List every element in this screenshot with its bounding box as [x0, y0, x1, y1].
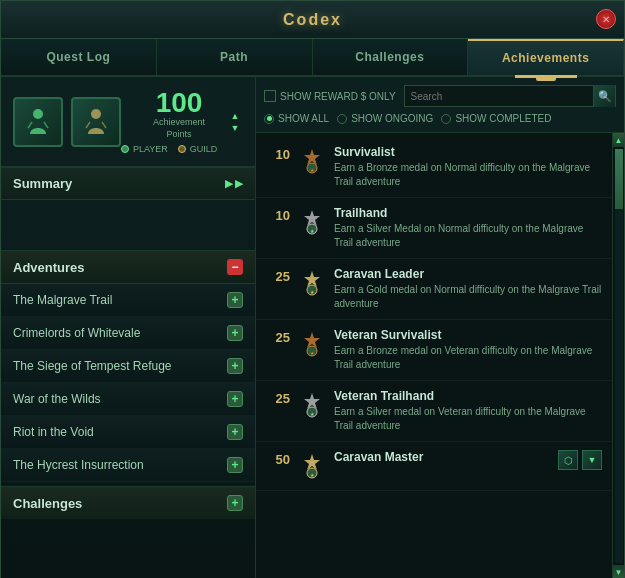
challenges-title: Challenges: [13, 496, 227, 511]
scrollbar-thumb[interactable]: [615, 149, 623, 209]
plus-icon-symbol: +: [231, 326, 238, 340]
achievement-points-value: 100: [131, 89, 227, 117]
scroll-down-arrow-icon: ▼: [615, 568, 623, 577]
ach-content: Trailhand Earn a Silver Medal on Normal …: [334, 206, 602, 250]
challenges-expand-button[interactable]: +: [227, 495, 243, 511]
tab-quest-log[interactable]: Quest Log: [1, 39, 157, 75]
tab-bar: Quest Log Path Challenges Achievements: [1, 39, 624, 77]
tab-path[interactable]: Path: [157, 39, 313, 75]
right-scrollbar: ▲ ▼: [612, 133, 624, 578]
ach-points: 50: [266, 452, 290, 467]
summary-header[interactable]: Summary ▶ ▶: [1, 167, 255, 200]
plus-icon-symbol: +: [231, 293, 238, 307]
search-button[interactable]: 🔍: [593, 85, 615, 107]
summary-content: [1, 200, 255, 250]
adventures-collapse-button[interactable]: −: [227, 259, 243, 275]
plus-icon-symbol: +: [231, 496, 238, 510]
player-avatar: [13, 97, 63, 147]
scrollbar-down-button[interactable]: ▼: [613, 565, 625, 578]
adventure-expand-button[interactable]: +: [227, 358, 243, 374]
achievement-item-caravan-leader: 25 ★ Caravan Leader Earn a Gold m: [256, 259, 612, 320]
adventure-item-malgrave[interactable]: The Malgrave Trail +: [1, 284, 255, 317]
search-icon: 🔍: [598, 90, 612, 103]
adventure-expand-button[interactable]: +: [227, 457, 243, 473]
adventure-item-label: The Siege of Tempest Refuge: [13, 359, 227, 373]
search-box: 🔍: [404, 85, 616, 107]
adventure-expand-button[interactable]: +: [227, 292, 243, 308]
scrollbar-up-button[interactable]: ▲: [613, 133, 625, 147]
adventure-expand-button[interactable]: +: [227, 391, 243, 407]
adventure-item-tempest[interactable]: The Siege of Tempest Refuge +: [1, 350, 255, 383]
show-all-label: SHOW ALL: [278, 113, 329, 124]
adventure-item-crimelords[interactable]: Crimelords of Whitevale +: [1, 317, 255, 350]
plus-icon-symbol: +: [231, 359, 238, 373]
achievement-item-trailhand: 10 ★ Trailhand Earn a Silver Meda: [256, 198, 612, 259]
show-completed-label: SHOW COMPLETED: [455, 113, 551, 124]
adventures-header[interactable]: Adventures −: [1, 250, 255, 284]
gold-medal-2-icon: ★: [300, 452, 324, 480]
minus-icon-symbol: −: [231, 260, 238, 274]
active-tab-indicator: [536, 76, 556, 81]
sidebar-scroll-arrows: ▲ ▼: [227, 111, 243, 133]
tab-achievements[interactable]: Achievements: [468, 39, 624, 75]
ach-title: Veteran Trailhand: [334, 389, 602, 403]
silver-medal-icon: ★: [300, 208, 324, 236]
character-icons: [13, 97, 121, 147]
silver-medal-2-icon: ★: [300, 391, 324, 419]
summary-title: Summary: [13, 176, 225, 191]
share-icon: ⬡: [564, 455, 573, 466]
adventure-item-label: Crimelords of Whitevale: [13, 326, 227, 340]
adventure-item-wilds[interactable]: War of the Wilds +: [1, 383, 255, 416]
ach-content: Veteran Trailhand Earn a Silver medal on…: [334, 389, 602, 433]
adventure-expand-button[interactable]: +: [227, 424, 243, 440]
svg-point-1: [91, 109, 101, 119]
achievement-medal-gold2: ★: [298, 450, 326, 482]
svg-point-0: [33, 109, 43, 119]
player-dot: [121, 145, 129, 153]
adventure-item-void[interactable]: Riot in the Void +: [1, 416, 255, 449]
show-ongoing-radio-dot: [337, 114, 347, 124]
adventure-item-label: The Hycrest Insurrection: [13, 458, 227, 472]
guild-avatar: [71, 97, 121, 147]
show-ongoing-radio[interactable]: SHOW ONGOING: [337, 113, 433, 124]
ach-points: 25: [266, 391, 290, 406]
ach-desc: Earn a Silver medal on Veteran difficult…: [334, 405, 602, 433]
reward-checkbox-label: SHOW REWARD $ ONLY: [280, 91, 396, 102]
search-input[interactable]: [405, 91, 593, 102]
achievement-share-button[interactable]: ⬡: [558, 450, 578, 470]
tab-challenges[interactable]: Challenges: [313, 39, 469, 75]
filter-area: SHOW REWARD $ ONLY 🔍 SHOW ALL: [256, 77, 624, 133]
ach-title: Survivalist: [334, 145, 602, 159]
show-completed-radio[interactable]: SHOW COMPLETED: [441, 113, 551, 124]
ach-desc: Earn a Bronze medal on Veteran difficult…: [334, 344, 602, 372]
reward-checkbox[interactable]: SHOW REWARD $ ONLY: [264, 90, 396, 102]
title-bar: Codex ✕: [1, 1, 624, 39]
checkbox-box[interactable]: [264, 90, 276, 102]
adventure-expand-button[interactable]: +: [227, 325, 243, 341]
ach-points: 25: [266, 269, 290, 284]
player-figure-icon: [22, 106, 54, 138]
ach-title: Trailhand: [334, 206, 602, 220]
ach-desc: Earn a Bronze medal on Normal difficulty…: [334, 161, 602, 189]
adventure-item-label: Riot in the Void: [13, 425, 227, 439]
ach-title: Veteran Survivalist: [334, 328, 602, 342]
player-label: PLAYER: [121, 144, 168, 154]
close-button[interactable]: ✕: [596, 9, 616, 29]
right-panel-content: 10 ★ Survivalist Earn a Bronze me: [256, 133, 624, 578]
player-info: 100 AchievementPoints PLAYER GUILD: [121, 89, 227, 154]
challenges-header[interactable]: Challenges +: [1, 486, 255, 519]
adventure-item-hycrest[interactable]: The Hycrest Insurrection +: [1, 449, 255, 482]
plus-icon-symbol: +: [231, 392, 238, 406]
achievement-scroll-down-button[interactable]: ▼: [582, 450, 602, 470]
adventure-item-label: The Malgrave Trail: [13, 293, 227, 307]
ach-points: 25: [266, 330, 290, 345]
ach-desc: Earn a Silver Medal on Normal difficulty…: [334, 222, 602, 250]
achievement-action-buttons: ⬡ ▼: [558, 450, 602, 470]
achievement-list: 10 ★ Survivalist Earn a Bronze me: [256, 133, 612, 578]
filter-buttons: SHOW ALL SHOW ONGOING SHOW COMPLETED: [264, 113, 616, 124]
scroll-down-icon: ▼: [588, 455, 597, 465]
achievement-medal-silver2: ★: [298, 389, 326, 421]
ach-content: Caravan Leader Earn a Gold medal on Norm…: [334, 267, 602, 311]
show-all-radio[interactable]: SHOW ALL: [264, 113, 329, 124]
ach-title: Caravan Leader: [334, 267, 602, 281]
